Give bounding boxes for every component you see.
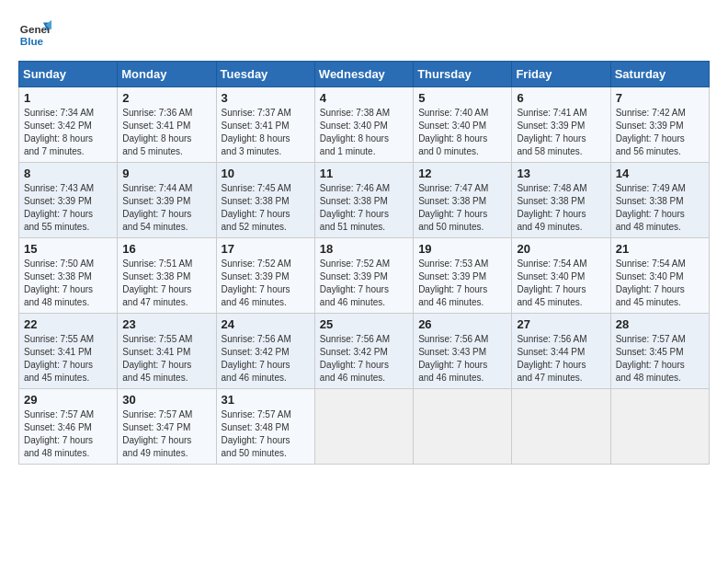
day-number: 6 <box>517 91 605 105</box>
logo-icon: General Blue <box>18 18 51 52</box>
day-info: Sunrise: 7:53 AM Sunset: 3:39 PM Dayligh… <box>418 258 506 309</box>
calendar-cell: 13Sunrise: 7:48 AM Sunset: 3:38 PM Dayli… <box>512 163 610 238</box>
day-info: Sunrise: 7:34 AM Sunset: 3:42 PM Dayligh… <box>24 107 112 158</box>
calendar-cell: 25Sunrise: 7:56 AM Sunset: 3:42 PM Dayli… <box>314 314 413 389</box>
svg-text:Blue: Blue <box>20 35 44 47</box>
day-number: 8 <box>24 167 112 180</box>
day-info: Sunrise: 7:38 AM Sunset: 3:40 PM Dayligh… <box>320 107 408 158</box>
calendar-cell <box>314 389 413 465</box>
day-number: 26 <box>418 317 506 331</box>
day-number: 27 <box>517 317 605 331</box>
day-number: 9 <box>122 167 210 180</box>
day-info: Sunrise: 7:44 AM Sunset: 3:39 PM Dayligh… <box>122 182 210 234</box>
column-header-friday: Friday <box>512 62 610 87</box>
day-number: 16 <box>122 242 210 256</box>
calendar-cell <box>414 389 512 465</box>
day-info: Sunrise: 7:56 AM Sunset: 3:42 PM Dayligh… <box>320 333 408 385</box>
calendar-cell <box>512 389 610 465</box>
calendar-cell: 23Sunrise: 7:55 AM Sunset: 3:41 PM Dayli… <box>118 314 216 389</box>
calendar-cell: 12Sunrise: 7:47 AM Sunset: 3:38 PM Dayli… <box>414 163 512 238</box>
calendar-cell: 21Sunrise: 7:54 AM Sunset: 3:40 PM Dayli… <box>610 238 709 314</box>
day-info: Sunrise: 7:57 AM Sunset: 3:45 PM Dayligh… <box>616 333 704 385</box>
day-number: 20 <box>517 242 605 256</box>
day-info: Sunrise: 7:57 AM Sunset: 3:46 PM Dayligh… <box>24 408 112 460</box>
calendar-cell: 8Sunrise: 7:43 AM Sunset: 3:39 PM Daylig… <box>19 163 118 238</box>
column-header-saturday: Saturday <box>610 62 709 87</box>
day-info: Sunrise: 7:55 AM Sunset: 3:41 PM Dayligh… <box>122 333 210 385</box>
day-number: 12 <box>418 167 506 180</box>
calendar-cell: 17Sunrise: 7:52 AM Sunset: 3:39 PM Dayli… <box>216 238 314 314</box>
calendar-cell: 11Sunrise: 7:46 AM Sunset: 3:38 PM Dayli… <box>314 163 413 238</box>
day-number: 25 <box>320 317 408 331</box>
day-number: 24 <box>222 317 310 331</box>
day-info: Sunrise: 7:46 AM Sunset: 3:38 PM Dayligh… <box>320 182 408 234</box>
day-info: Sunrise: 7:41 AM Sunset: 3:39 PM Dayligh… <box>517 107 605 158</box>
calendar-cell: 10Sunrise: 7:45 AM Sunset: 3:38 PM Dayli… <box>216 163 314 238</box>
day-info: Sunrise: 7:54 AM Sunset: 3:40 PM Dayligh… <box>517 258 605 309</box>
calendar-cell: 31Sunrise: 7:57 AM Sunset: 3:48 PM Dayli… <box>216 389 314 465</box>
calendar-cell: 27Sunrise: 7:56 AM Sunset: 3:44 PM Dayli… <box>512 314 610 389</box>
day-info: Sunrise: 7:52 AM Sunset: 3:39 PM Dayligh… <box>320 258 408 309</box>
day-number: 1 <box>24 91 112 105</box>
day-info: Sunrise: 7:40 AM Sunset: 3:40 PM Dayligh… <box>418 107 506 158</box>
day-number: 31 <box>222 393 310 407</box>
day-number: 7 <box>616 91 704 105</box>
day-info: Sunrise: 7:49 AM Sunset: 3:38 PM Dayligh… <box>616 182 704 234</box>
calendar-cell: 22Sunrise: 7:55 AM Sunset: 3:41 PM Dayli… <box>19 314 118 389</box>
day-number: 14 <box>616 167 704 180</box>
calendar-week-4: 22Sunrise: 7:55 AM Sunset: 3:41 PM Dayli… <box>19 314 710 389</box>
day-info: Sunrise: 7:56 AM Sunset: 3:44 PM Dayligh… <box>517 333 605 385</box>
day-info: Sunrise: 7:50 AM Sunset: 3:38 PM Dayligh… <box>24 258 112 309</box>
column-header-sunday: Sunday <box>19 62 118 87</box>
day-info: Sunrise: 7:57 AM Sunset: 3:47 PM Dayligh… <box>122 408 210 460</box>
logo: General Blue <box>18 18 51 52</box>
day-number: 29 <box>24 393 112 407</box>
day-number: 2 <box>122 91 210 105</box>
day-number: 3 <box>222 91 310 105</box>
day-info: Sunrise: 7:56 AM Sunset: 3:42 PM Dayligh… <box>222 333 310 385</box>
day-number: 23 <box>122 317 210 331</box>
day-info: Sunrise: 7:55 AM Sunset: 3:41 PM Dayligh… <box>24 333 112 385</box>
day-info: Sunrise: 7:43 AM Sunset: 3:39 PM Dayligh… <box>24 182 112 234</box>
calendar-cell: 18Sunrise: 7:52 AM Sunset: 3:39 PM Dayli… <box>314 238 413 314</box>
calendar-cell: 4Sunrise: 7:38 AM Sunset: 3:40 PM Daylig… <box>314 87 413 163</box>
calendar-header-row: SundayMondayTuesdayWednesdayThursdayFrid… <box>19 62 710 87</box>
calendar-week-5: 29Sunrise: 7:57 AM Sunset: 3:46 PM Dayli… <box>19 389 710 465</box>
day-number: 30 <box>122 393 210 407</box>
column-header-monday: Monday <box>118 62 216 87</box>
calendar-cell: 30Sunrise: 7:57 AM Sunset: 3:47 PM Dayli… <box>118 389 216 465</box>
calendar-cell: 15Sunrise: 7:50 AM Sunset: 3:38 PM Dayli… <box>19 238 118 314</box>
day-number: 21 <box>616 242 704 256</box>
day-info: Sunrise: 7:57 AM Sunset: 3:48 PM Dayligh… <box>222 408 310 460</box>
day-number: 4 <box>320 91 408 105</box>
calendar-week-2: 8Sunrise: 7:43 AM Sunset: 3:39 PM Daylig… <box>19 163 710 238</box>
day-number: 18 <box>320 242 408 256</box>
day-info: Sunrise: 7:54 AM Sunset: 3:40 PM Dayligh… <box>616 258 704 309</box>
day-info: Sunrise: 7:52 AM Sunset: 3:39 PM Dayligh… <box>222 258 310 309</box>
calendar-cell: 19Sunrise: 7:53 AM Sunset: 3:39 PM Dayli… <box>414 238 512 314</box>
calendar-cell: 9Sunrise: 7:44 AM Sunset: 3:39 PM Daylig… <box>118 163 216 238</box>
day-number: 15 <box>24 242 112 256</box>
day-number: 13 <box>517 167 605 180</box>
calendar-cell: 5Sunrise: 7:40 AM Sunset: 3:40 PM Daylig… <box>414 87 512 163</box>
page-header: General Blue <box>18 18 710 52</box>
calendar-cell: 2Sunrise: 7:36 AM Sunset: 3:41 PM Daylig… <box>118 87 216 163</box>
calendar-cell: 6Sunrise: 7:41 AM Sunset: 3:39 PM Daylig… <box>512 87 610 163</box>
calendar-cell: 29Sunrise: 7:57 AM Sunset: 3:46 PM Dayli… <box>19 389 118 465</box>
calendar-cell: 1Sunrise: 7:34 AM Sunset: 3:42 PM Daylig… <box>19 87 118 163</box>
day-info: Sunrise: 7:45 AM Sunset: 3:38 PM Dayligh… <box>222 182 310 234</box>
column-header-wednesday: Wednesday <box>314 62 413 87</box>
day-number: 19 <box>418 242 506 256</box>
calendar-cell: 16Sunrise: 7:51 AM Sunset: 3:38 PM Dayli… <box>118 238 216 314</box>
calendar-cell: 3Sunrise: 7:37 AM Sunset: 3:41 PM Daylig… <box>216 87 314 163</box>
calendar-cell: 26Sunrise: 7:56 AM Sunset: 3:43 PM Dayli… <box>414 314 512 389</box>
day-info: Sunrise: 7:37 AM Sunset: 3:41 PM Dayligh… <box>222 107 310 158</box>
day-number: 28 <box>616 317 704 331</box>
calendar-week-3: 15Sunrise: 7:50 AM Sunset: 3:38 PM Dayli… <box>19 238 710 314</box>
day-number: 5 <box>418 91 506 105</box>
calendar-cell: 28Sunrise: 7:57 AM Sunset: 3:45 PM Dayli… <box>610 314 709 389</box>
day-info: Sunrise: 7:42 AM Sunset: 3:39 PM Dayligh… <box>616 107 704 158</box>
day-info: Sunrise: 7:36 AM Sunset: 3:41 PM Dayligh… <box>122 107 210 158</box>
calendar-cell: 14Sunrise: 7:49 AM Sunset: 3:38 PM Dayli… <box>610 163 709 238</box>
calendar-cell: 24Sunrise: 7:56 AM Sunset: 3:42 PM Dayli… <box>216 314 314 389</box>
